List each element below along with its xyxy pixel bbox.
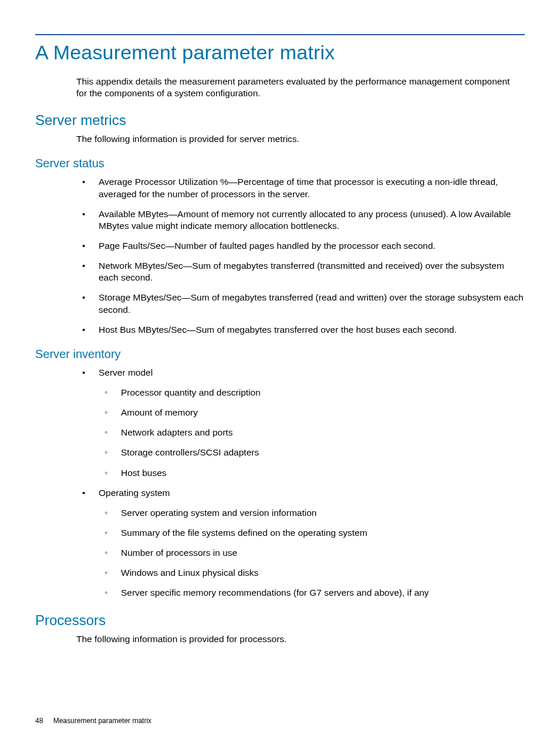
list-item: Server model Processor quantity and desc…	[76, 367, 525, 479]
list-item: Server operating system and version info…	[99, 507, 525, 519]
list-item: Server specific memory recommendations (…	[99, 587, 525, 599]
section-server-inventory: Server inventory	[35, 347, 525, 361]
list-item: Summary of the file systems defined on t…	[99, 527, 525, 539]
list-item-label: Operating system	[99, 488, 170, 498]
list-item: Available MBytes—Amount of memory not cu…	[76, 208, 525, 232]
server-inventory-list: Server model Processor quantity and desc…	[76, 367, 525, 599]
footer-label: Measurement parameter matrix	[53, 717, 151, 725]
server-status-list: Average Processor Utilization %—Percenta…	[76, 176, 525, 335]
section-server-status: Server status	[35, 157, 525, 170]
list-item: Amount of memory	[99, 407, 525, 418]
list-item: Page Faults/Sec—Number of faulted pages …	[76, 240, 525, 252]
intro-paragraph: This appendix details the measurement pa…	[76, 76, 519, 99]
list-item: Average Processor Utilization %—Percenta…	[76, 176, 525, 200]
header-rule	[35, 34, 525, 35]
page-footer: 48 Measurement parameter matrix	[35, 717, 151, 725]
list-item: Network MBytes/Sec—Sum of megabytes tran…	[76, 260, 525, 283]
page-number: 48	[35, 717, 43, 725]
list-item: Storage controllers/SCSI adapters	[99, 447, 525, 458]
processors-intro: The following information is provided fo…	[76, 633, 519, 645]
list-item: Host buses	[99, 467, 525, 479]
list-item: Host Bus MBytes/Sec—Sum of megabytes tra…	[76, 324, 525, 336]
list-item: Storage MBytes/Sec—Sum of megabytes tran…	[76, 292, 525, 315]
page-title: A Measurement parameter matrix	[35, 41, 525, 64]
server-metrics-intro: The following information is provided fo…	[76, 133, 519, 145]
list-item: Operating system Server operating system…	[76, 487, 525, 599]
list-item: Processor quantity and description	[99, 387, 525, 399]
list-item: Network adapters and ports	[99, 427, 525, 438]
list-item: Windows and Linux physical disks	[99, 567, 525, 579]
list-item: Number of processors in use	[99, 547, 525, 559]
section-processors: Processors	[35, 612, 525, 629]
list-item-label: Server model	[99, 367, 153, 377]
sublist: Server operating system and version info…	[99, 507, 525, 599]
sublist: Processor quantity and description Amoun…	[99, 387, 525, 479]
section-server-metrics: Server metrics	[35, 112, 525, 129]
